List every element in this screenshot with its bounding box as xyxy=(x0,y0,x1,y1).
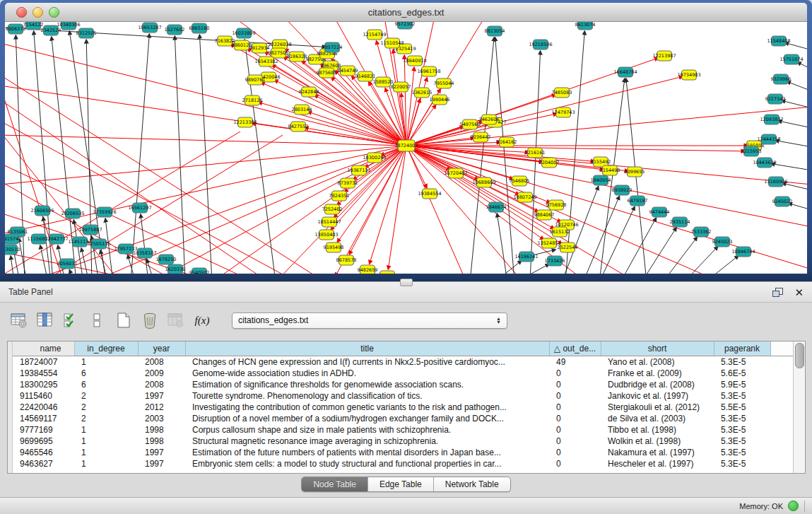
graph-node[interactable]: 7824351 xyxy=(329,191,350,201)
row-check-icon[interactable] xyxy=(62,311,81,329)
column-header-out_de[interactable]: △ out_de... xyxy=(549,341,601,356)
graph-node[interactable]: 9884067 xyxy=(534,210,555,220)
graph-node[interactable]: 1733426 xyxy=(545,256,565,266)
graph-node[interactable]: 1620330 xyxy=(165,264,186,274)
graph-node[interactable]: 1216161 xyxy=(525,148,546,158)
graph-node[interactable]: 10846744 xyxy=(731,247,755,257)
table-cell[interactable]: 0 xyxy=(549,413,601,424)
graph-node[interactable]: 14196141 xyxy=(514,252,538,262)
table-row[interactable]: 911546021997Tourette syndrome. Phenomeno… xyxy=(13,390,793,402)
graph-node[interactable]: 7857224 xyxy=(322,42,343,52)
delete-trash-icon[interactable] xyxy=(141,311,159,329)
table-cell[interactable]: 0 xyxy=(549,424,601,436)
graph-node[interactable]: 8678578 xyxy=(336,255,357,265)
graph-node[interactable]: 13180906 xyxy=(764,177,787,187)
table-cell[interactable]: Wolkin et al. (1998) xyxy=(601,436,714,447)
table-cell[interactable]: Changes of HCN gene expression and I(f) … xyxy=(185,356,549,368)
graph-node[interactable]: 9890761 xyxy=(245,75,266,85)
table-cell[interactable]: 1998 xyxy=(138,424,185,436)
graph-node[interactable]: 21606505 xyxy=(30,206,54,216)
graph-node[interactable]: 1362615 xyxy=(412,88,433,98)
column-header-short[interactable]: short xyxy=(601,341,714,356)
table-cell[interactable]: 9465546 xyxy=(13,447,74,458)
function-icon[interactable]: f(x) xyxy=(193,311,211,329)
graph-node[interactable]: 9329966 xyxy=(771,74,792,84)
graph-node[interactable]: 2056031 xyxy=(57,259,78,269)
graph-node[interactable]: 8427552 xyxy=(288,122,309,132)
graph-node[interactable]: 1527602 xyxy=(165,25,185,35)
table-cell[interactable]: Franke et al. (2009) xyxy=(601,368,714,379)
table-cell[interactable]: 5.6E-5 xyxy=(714,368,770,379)
table-cell[interactable]: 0 xyxy=(549,379,601,390)
zoom-window-button[interactable] xyxy=(49,7,59,18)
graph-node[interactable]: 18640910 xyxy=(403,56,426,66)
table-cell[interactable]: 18724007 xyxy=(13,356,74,368)
graph-node[interactable]: 8186328 xyxy=(287,52,307,62)
graph-node[interactable]: 8613074 xyxy=(575,22,596,30)
table-cell[interactable]: 5.9E-5 xyxy=(714,379,770,390)
graph-node[interactable]: 19734983 xyxy=(677,70,700,80)
table-cell[interactable]: 5.3E-5 xyxy=(714,447,770,458)
graph-node[interactable]: 11548408 xyxy=(767,36,790,46)
graph-node[interactable]: 9474444 xyxy=(649,207,670,217)
graph-node[interactable]: 12154749 xyxy=(363,30,386,40)
graph-node[interactable]: 12479743 xyxy=(551,107,575,117)
graph-node[interactable]: 1846674 xyxy=(486,202,507,212)
graph-hub-node[interactable]: 18724007 xyxy=(394,140,418,151)
table-cell[interactable]: 14569117 xyxy=(13,413,74,424)
vertical-scrollbar[interactable] xyxy=(793,341,805,473)
graph-node[interactable]: 16033809 xyxy=(232,28,255,38)
close-window-button[interactable] xyxy=(16,7,27,18)
graph-node[interactable]: 7533362 xyxy=(691,227,712,237)
graph-node[interactable]: 13850403 xyxy=(314,230,338,240)
graph-node[interactable]: 20206535 xyxy=(61,209,84,218)
table-cell[interactable]: Hescheler et al. (1997) xyxy=(601,458,714,469)
table-row[interactable]: 1830029562008Estimation of significance … xyxy=(13,379,793,390)
table-cell[interactable]: Disruption of a novel member of a sodium… xyxy=(185,413,549,424)
window-titlebar[interactable]: citations_edges.txt xyxy=(5,3,807,22)
table-cell[interactable]: Corpus callosum shape and size in male p… xyxy=(185,424,549,436)
graph-node[interactable]: 1990446 xyxy=(430,95,450,105)
table-cell[interactable]: Yano et al. (2008) xyxy=(601,356,714,368)
graph-node[interactable]: 16961758 xyxy=(417,66,440,76)
graph-node[interactable]: 8099655 xyxy=(625,167,645,177)
table-cell[interactable]: Tibbo et al. (1998) xyxy=(601,424,714,436)
table-row[interactable]: 1938455462009Genome-wide association stu… xyxy=(13,368,793,379)
table-cell[interactable]: 2 xyxy=(74,413,138,424)
tab-network-table[interactable]: Network Table xyxy=(434,477,510,491)
table-cell[interactable]: 0 xyxy=(549,390,601,402)
graph-node[interactable]: 12213987 xyxy=(652,51,676,61)
graph-node[interactable]: 10653287 xyxy=(138,23,161,33)
graph-node[interactable]: 9875685 xyxy=(317,68,337,78)
close-panel-icon[interactable]: ✕ xyxy=(794,287,804,298)
new-table-icon[interactable] xyxy=(114,311,133,329)
table-cell[interactable]: 19384554 xyxy=(13,368,74,379)
graph-node[interactable]: 9227343 xyxy=(765,94,786,104)
table-cell[interactable]: Dudbridge et al. (2008) xyxy=(601,379,714,390)
table-cell[interactable]: 0 xyxy=(549,402,601,413)
network-canvas[interactable]: 7163822886012889129342222603898275051654… xyxy=(5,22,807,274)
graph-node[interactable]: 9530510 xyxy=(5,245,20,255)
graph-node[interactable]: 7546805 xyxy=(510,176,530,186)
table-cell[interactable]: Tourette syndrome. Phenomenology and cla… xyxy=(185,390,549,402)
table-cell[interactable]: 1 xyxy=(74,436,138,447)
graph-node[interactable]: 19384554 xyxy=(418,189,441,199)
table-cell[interactable]: Investigating the contribution of common… xyxy=(185,402,549,413)
table-cell[interactable]: Structural magnetic resonance image aver… xyxy=(185,436,549,447)
graph-node[interactable]: 9540502 xyxy=(189,268,210,274)
graph-node[interactable]: 7462606 xyxy=(479,115,500,124)
table-cell[interactable]: 18300295 xyxy=(13,379,74,390)
graph-node[interactable]: 2204007 xyxy=(539,158,560,168)
table-cell[interactable]: 2009 xyxy=(138,368,185,379)
table-cell[interactable]: 5.3E-5 xyxy=(714,413,770,424)
table-cell[interactable]: Genome-wide association studies in ADHD. xyxy=(185,368,549,379)
graph-node[interactable]: 1678250 xyxy=(156,255,177,264)
table-cell[interactable]: 1997 xyxy=(138,458,185,469)
table-cell[interactable]: 5.5E-5 xyxy=(714,402,770,413)
table-cell[interactable]: 5.3E-5 xyxy=(714,356,770,368)
graph-node[interactable]: 11156803 xyxy=(27,234,50,244)
graph-node[interactable]: 12093832 xyxy=(760,115,783,124)
table-cell[interactable]: Estimation of the future numbers of pati… xyxy=(185,447,549,458)
table-cell[interactable]: de Silva et al. (2003) xyxy=(601,413,714,424)
table-cell[interactable]: 5.3E-5 xyxy=(714,458,770,469)
